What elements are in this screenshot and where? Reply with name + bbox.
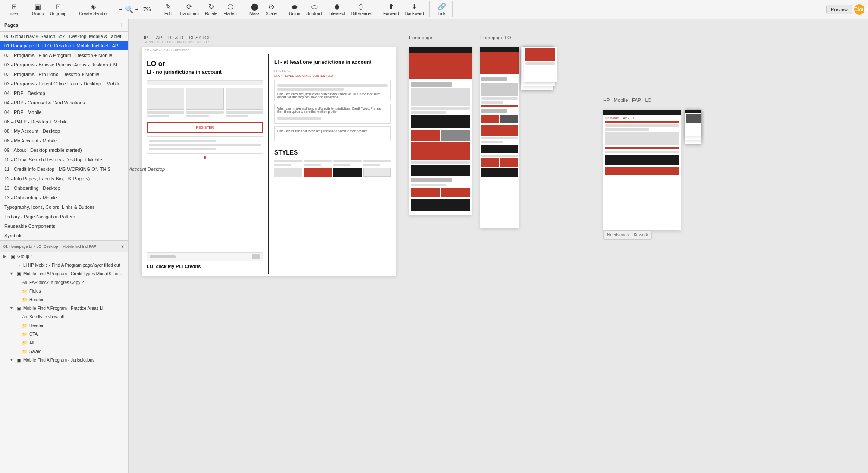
page-item-p03a[interactable]: 03 - Programs - Find A Program - Desktop… xyxy=(0,50,128,60)
li-h2 xyxy=(411,178,452,182)
union-icon: ⬬ xyxy=(292,3,298,11)
page-item-p06[interactable]: 06 – PALP - Desktop + Mobile xyxy=(0,117,128,126)
layer-item-l1[interactable]: ▶▣Group 4 xyxy=(0,252,128,261)
sg4-t2 xyxy=(363,164,380,166)
create-symbol-button[interactable]: ◈ Create Symbol xyxy=(76,1,110,17)
page-item-p14[interactable]: Typography, Icons, Colors, Links & Butto… xyxy=(0,202,128,212)
li-heading: LI - at least one jurisdictions in accou… xyxy=(274,59,391,65)
layers-panel-header: 01 Homepage Li + LO, Desktop + Mobile In… xyxy=(0,241,128,252)
lo-t4 xyxy=(481,141,503,143)
layer-item-l10[interactable]: 📁CTA xyxy=(0,330,128,338)
page-item-p04a[interactable]: 04 - PDP - Desktop xyxy=(0,88,128,98)
page-item-p16[interactable]: Reuseable Components xyxy=(0,221,128,231)
rw-t2 xyxy=(277,88,344,91)
add-page-button[interactable]: + xyxy=(120,22,124,28)
page-item-p03c[interactable]: 03 - Programs - Pro Bono - Desktop + Mob… xyxy=(0,69,128,79)
page-item-p15[interactable]: Tertiary / Page Navigation Pattern xyxy=(0,212,128,221)
mob-board5[interactable] xyxy=(685,110,701,136)
group-icon: ▣ xyxy=(35,3,41,11)
link-button[interactable]: 🔗 Link xyxy=(434,1,450,17)
intersect-button[interactable]: ⬮ Intersect xyxy=(326,2,347,17)
page-item-p03d[interactable]: 03 - Programs - Patent Office Exam - Des… xyxy=(0,79,128,88)
layer-item-l12[interactable]: 📁Saved xyxy=(0,347,128,356)
rotate-button[interactable]: ↻ Rotate xyxy=(202,1,220,17)
lo-row2 xyxy=(481,158,518,167)
lo-h1 xyxy=(481,77,507,81)
page-item-p01[interactable]: 01 Homepage LI + LO, Desktop + Mobile In… xyxy=(0,41,128,50)
page-item-p08b[interactable]: 08 - My Account - Mobile xyxy=(0,136,128,145)
rw-label2: LI APPROVED LOGIC AND CONTENT 8/16 xyxy=(274,74,391,77)
sg1 xyxy=(274,158,302,177)
rw-pink-text: ~ ∼ ∼ ∼ ∼ ∼ xyxy=(277,134,388,138)
canvas[interactable]: HP – FAP – LO & LI – DESKTOP LI APPROVED… xyxy=(129,19,868,473)
page-item-p04c[interactable]: 04 - PDP - Mobile xyxy=(0,107,128,117)
layer-item-l2[interactable]: ○LI HP Mobile - Find A Program page/laye… xyxy=(0,261,128,269)
mask-button[interactable]: ⬤ Mask xyxy=(247,1,262,17)
hp-mobile-fap-lo-artboard[interactable]: HP Mobile - FAP - LO xyxy=(603,110,681,230)
union-button[interactable]: ⬬ Union xyxy=(286,2,303,17)
sg4-box xyxy=(363,168,391,177)
page-item-p11[interactable]: 11 - Credit Info Desktop - MS WORKING ON… xyxy=(0,164,128,174)
transform-button[interactable]: ⟳ Transform xyxy=(177,1,201,17)
artboard-left-col: LO or LI - no jurisdictions in account xyxy=(142,54,269,274)
page-item-p03b[interactable]: 03 - Programs - Browse Practice Areas - … xyxy=(0,60,128,69)
mob-red1 xyxy=(605,167,679,175)
page-item-p12[interactable]: 12 - Info Pages, Faculty Bio, UK Page(s) xyxy=(0,174,128,183)
layer-item-l8[interactable]: AaScrolls to show all xyxy=(0,312,128,321)
pages-list[interactable]: 00 Global Nav & Search Box - Desktop, Mo… xyxy=(0,32,128,240)
layer-item-l11[interactable]: 📁All xyxy=(0,338,128,347)
union-label: Union xyxy=(289,11,300,16)
li-t2 xyxy=(411,111,446,114)
layer-item-l9[interactable]: 📁Header xyxy=(0,321,128,330)
scale-button[interactable]: ⊙ Scale xyxy=(263,1,279,17)
layer-item-l13[interactable]: ▼▣Mobile Find A Program - Jurisdictions xyxy=(0,356,128,364)
main-artboard[interactable]: HP – FAP – LO & LI – DESKTOP LO or LI - … xyxy=(142,47,396,276)
page-item-p09[interactable]: 09 - About - Desktop (mobile started) xyxy=(0,145,128,155)
layers-minimize-button[interactable]: ▾ xyxy=(120,243,125,249)
layer-expand-l1[interactable]: ▶ xyxy=(3,254,8,259)
mob-nav xyxy=(603,110,681,115)
li-t3 xyxy=(411,161,470,164)
preview-button[interactable]: Preview xyxy=(826,5,852,14)
page-item-p08a[interactable]: 08 - My Account - Desktop xyxy=(0,126,128,136)
page-item-p00[interactable]: 00 Global Nav & Search Box - Desktop, Mo… xyxy=(0,32,128,41)
layer-item-l7[interactable]: ▼▣Mobile Find A Program - Practice Areas… xyxy=(0,304,128,312)
difference-button[interactable]: ⬯ Difference xyxy=(349,2,373,17)
layers-list: ▶▣Group 4○LI HP Mobile - Find A Program … xyxy=(0,252,128,473)
layer-item-l3[interactable]: ▼▣Mobile Find A Program - Credit Types M… xyxy=(0,269,128,278)
layer-type-icon-l9: 📁 xyxy=(22,322,28,328)
layer-item-l5[interactable]: 📁Fields xyxy=(0,287,128,295)
rw-b3-text: Can I see PLI files but these are jurisd… xyxy=(277,129,388,132)
lo-board-main[interactable] xyxy=(480,47,519,228)
layer-item-l6[interactable]: 📁Header xyxy=(0,295,128,304)
page-item-p13a[interactable]: 13 - Onboarding - Desktop xyxy=(0,183,128,193)
insert-button[interactable]: ⊞ Insert xyxy=(6,1,22,17)
zoom-in-button[interactable]: + xyxy=(134,6,140,13)
edit-button[interactable]: ✎ Edit xyxy=(160,1,176,17)
page-item-p13b[interactable]: 13 - Onboarding - Mobile xyxy=(0,193,128,202)
backward-button[interactable]: ⬇ Backward xyxy=(403,1,427,17)
page-item-p17[interactable]: Symbols xyxy=(0,231,128,240)
cf-line2 xyxy=(149,144,261,146)
group-button[interactable]: ▣ Group xyxy=(29,1,47,17)
scale-label: Scale xyxy=(266,11,277,16)
page-item-p04b[interactable]: 04 - PDP - Carousel & Card Variations xyxy=(0,98,128,107)
homepage-li-artboard[interactable] xyxy=(409,47,472,215)
sg2-box xyxy=(304,168,332,177)
lo-board8[interactable] xyxy=(524,47,557,82)
flatten-button[interactable]: ⬡ Flatten xyxy=(221,1,239,17)
link-label: Link xyxy=(438,11,446,16)
page-item-p10[interactable]: 10 - Global Search Results - Desktop + M… xyxy=(0,155,128,164)
ungroup-icon: ⊡ xyxy=(55,3,61,11)
subtract-button[interactable]: ⬭ Subtract xyxy=(304,2,325,17)
zoom-out-button[interactable]: − xyxy=(117,6,123,13)
rw-b2-text: When can I make additions and/or edits t… xyxy=(277,107,388,113)
toolbar-arrange-group: ⬆ Forward ⬇ Backward xyxy=(378,1,430,17)
ungroup-button[interactable]: ⊡ Ungroup xyxy=(47,1,69,17)
layer-item-l4[interactable]: AaFAP block in progres Copy 2 xyxy=(0,278,128,287)
toolbar-link-group: 🔗 Link xyxy=(431,1,453,17)
cloud-button[interactable]: Cloud xyxy=(854,4,865,15)
transform-label: Transform xyxy=(179,11,199,16)
wf-text6 xyxy=(226,115,248,117)
forward-button[interactable]: ⬆ Forward xyxy=(381,1,402,17)
